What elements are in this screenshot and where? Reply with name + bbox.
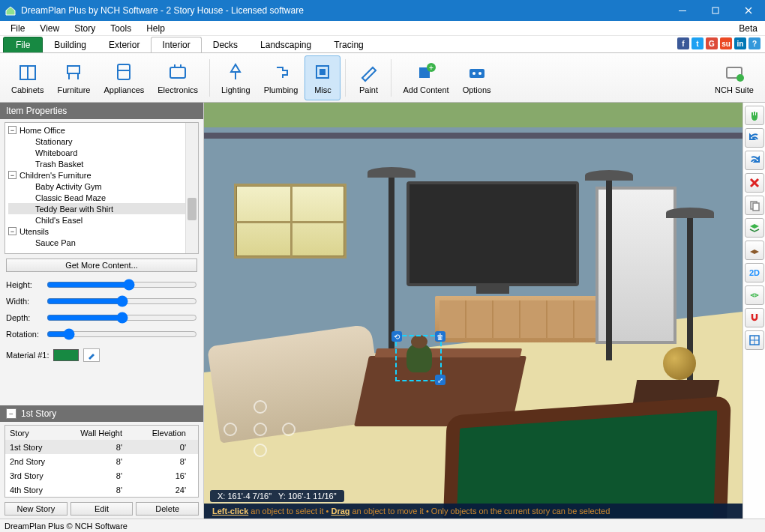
tab-building[interactable]: Building [43, 37, 98, 52]
close-button[interactable] [732, 0, 765, 21]
tab-file[interactable]: File [3, 37, 43, 52]
tree-item[interactable]: Baby Activity Gym [8, 181, 198, 192]
scene-pool-table [442, 396, 731, 519]
delete-icon[interactable] [745, 173, 764, 193]
textures-icon[interactable] [745, 241, 764, 260]
copy-icon[interactable] [745, 196, 764, 215]
svg-point-19 [472, 72, 476, 75]
table-row[interactable]: 2nd Story8'8' [5, 454, 198, 468]
undo-icon[interactable] [745, 128, 764, 148]
table-row[interactable]: 4th Story8'24' [5, 483, 198, 497]
hint-bar: Left-click an object to select it • Drag… [204, 504, 742, 519]
tab-tracing[interactable]: Tracing [322, 37, 375, 52]
tool-appliances[interactable]: Appliances [97, 55, 151, 100]
tool-cabinets[interactable]: Cabinets [4, 55, 50, 100]
new-story-button[interactable]: New Story [4, 502, 68, 516]
selection-gizmo[interactable]: ⟲ 🗑 ⤢ [395, 335, 442, 381]
twitter-icon[interactable]: t [692, 37, 704, 49]
tab-interior[interactable]: Interior [151, 37, 201, 52]
prop-slider[interactable] [46, 295, 197, 307]
prop-slider[interactable] [46, 328, 197, 340]
ribbon-tabs: File Building Exterior Interior Decks La… [0, 36, 765, 52]
prop-label: Width: [6, 297, 46, 306]
svg-point-22 [736, 74, 744, 82]
google-plus-icon[interactable]: G [706, 37, 718, 49]
tool-lighting[interactable]: Lighting [214, 55, 257, 100]
snap-icon[interactable] [745, 308, 764, 327]
menu-view[interactable]: View [32, 22, 67, 34]
prop-label: Height: [6, 280, 46, 289]
menu-file[interactable]: File [3, 22, 32, 34]
scale-handle-icon[interactable]: ⤢ [435, 375, 446, 385]
2d-view-button[interactable]: 2D [745, 263, 764, 282]
scene-credenza [435, 296, 600, 342]
3d-viewport[interactable]: ⟲ 🗑 ⤢ X: 161'-4 7/16" Y: 106'-1 11/16" L… [204, 103, 742, 519]
minimize-button[interactable] [666, 0, 699, 21]
scene-globe [663, 347, 696, 380]
tree-item[interactable]: Classic Bead Maze [8, 192, 198, 203]
tree-item[interactable]: Whiteboard [8, 147, 198, 158]
measure-icon[interactable] [745, 330, 764, 350]
scene-window [234, 184, 346, 259]
tree-item[interactable]: Teddy Bear with Shirt [8, 203, 198, 214]
tree-group[interactable]: −Children's Furniture [8, 169, 198, 181]
story-panel-toggle[interactable]: − [6, 408, 16, 419]
tree-item[interactable]: Stationary [8, 136, 198, 147]
menu-help[interactable]: Help [139, 22, 172, 34]
tree-item[interactable]: Sauce Pan [8, 237, 198, 248]
tree-item[interactable]: Trash Basket [8, 158, 198, 169]
tree-scrollbar[interactable] [185, 123, 198, 253]
layers-icon[interactable] [745, 218, 764, 238]
menu-story[interactable]: Story [67, 22, 103, 34]
svg-rect-14 [320, 69, 326, 75]
rotate-handle-icon[interactable]: ⟲ [392, 331, 402, 342]
tab-decks[interactable]: Decks [202, 37, 249, 52]
redo-icon[interactable] [745, 151, 764, 170]
prop-slider[interactable] [46, 312, 197, 324]
nch-suite-button[interactable]: NCH Suite [708, 55, 760, 100]
grid-icon[interactable] [745, 285, 764, 305]
tree-item[interactable]: Child's Easel [8, 214, 198, 226]
get-more-content-button[interactable]: Get More Content... [6, 259, 197, 272]
help-icon[interactable]: ? [748, 37, 760, 49]
tool-misc[interactable]: Misc [304, 55, 340, 100]
stumbleupon-icon[interactable]: su [720, 37, 732, 49]
tool-paint[interactable]: Paint [350, 55, 386, 100]
delete-story-button[interactable]: Delete [136, 502, 199, 516]
maximize-button[interactable] [699, 0, 732, 21]
prop-slider[interactable] [46, 279, 197, 291]
menu-bar: File View Story Tools Help Beta [0, 21, 765, 36]
nav-gizmo[interactable] [224, 400, 296, 460]
item-properties-header: Item Properties [0, 103, 203, 119]
facebook-icon[interactable]: f [677, 37, 689, 49]
tool-add-content[interactable]: +Add Content [396, 55, 455, 100]
tab-exterior[interactable]: Exterior [98, 37, 151, 52]
delete-handle-icon[interactable]: 🗑 [435, 331, 446, 342]
linkedin-icon[interactable]: in [734, 37, 746, 49]
left-panel: Item Properties −Home OfficeStationaryWh… [0, 103, 204, 519]
svg-rect-24 [753, 203, 759, 211]
material-swatch[interactable] [53, 349, 79, 361]
eyedropper-button[interactable] [83, 348, 100, 362]
tool-electronics[interactable]: Electronics [151, 55, 205, 100]
tree-group[interactable]: −Utensils [8, 226, 198, 237]
tool-plumbing[interactable]: Plumbing [257, 55, 305, 100]
tool-furniture[interactable]: Furniture [50, 55, 97, 100]
tab-landscaping[interactable]: Landscaping [249, 37, 322, 52]
tool-options[interactable]: Options [456, 55, 498, 100]
toolbar: Cabinets Furniture Appliances Electronic… [0, 52, 765, 103]
item-tree[interactable]: −Home OfficeStationaryWhiteboardTrash Ba… [4, 122, 199, 254]
material-label: Material #1: [6, 351, 49, 360]
menu-tools[interactable]: Tools [103, 22, 139, 34]
story-table[interactable]: Story Wall Height Elevation 1st Story8'0… [4, 425, 199, 498]
pan-hand-icon[interactable] [745, 106, 764, 125]
table-row[interactable]: 1st Story8'0' [5, 440, 198, 454]
status-bar: DreamPlan Plus © NCH Software [0, 519, 765, 532]
window-title: DreamPlan Plus by NCH Software - 2 Story… [21, 5, 666, 16]
tree-group[interactable]: −Home Office [8, 124, 198, 136]
prop-label: Rotation: [6, 330, 46, 339]
table-row[interactable]: 3rd Story8'16' [5, 468, 198, 483]
svg-rect-7 [118, 64, 130, 79]
edit-story-button[interactable]: Edit [70, 502, 134, 516]
right-toolstrip: 2D [742, 103, 765, 519]
